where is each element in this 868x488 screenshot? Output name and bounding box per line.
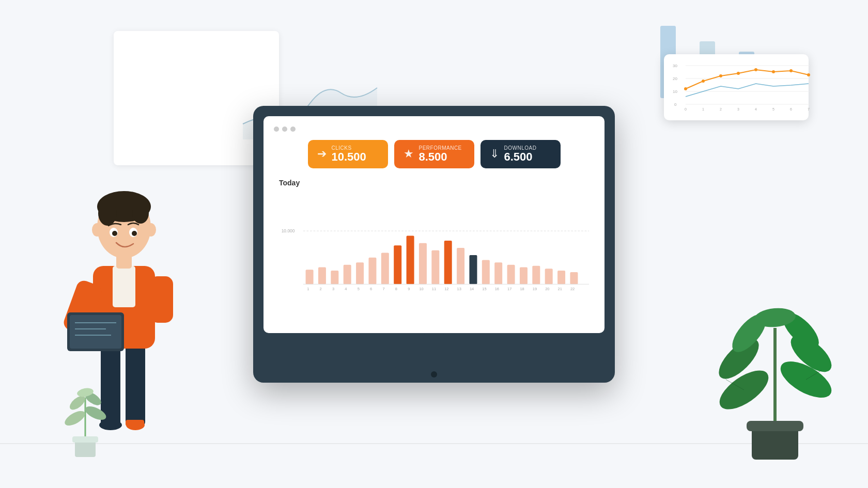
monitor-stand bbox=[419, 333, 450, 359]
performance-card[interactable]: ★ Performance 8.500 bbox=[394, 140, 474, 168]
star-icon: ★ bbox=[404, 147, 414, 161]
svg-text:3: 3 bbox=[332, 286, 334, 291]
line-chart-svg: 30 20 10 0 0 1 2 3 4 5 6 7 bbox=[670, 60, 815, 112]
svg-text:18: 18 bbox=[520, 286, 524, 291]
svg-point-58 bbox=[132, 203, 149, 224]
clicks-text: Clicks 10.500 bbox=[332, 145, 366, 163]
svg-point-70 bbox=[83, 404, 108, 423]
plant-left bbox=[59, 356, 111, 460]
svg-text:22: 22 bbox=[570, 286, 575, 291]
monitor-wrapper: ➔ Clicks 10.500 ★ Performance 8.500 ⇓ bbox=[248, 106, 620, 383]
bar-11 bbox=[431, 250, 439, 284]
window-dots bbox=[274, 127, 594, 132]
svg-text:15: 15 bbox=[482, 286, 486, 291]
svg-text:9: 9 bbox=[408, 286, 410, 291]
bar-21 bbox=[557, 271, 565, 284]
svg-rect-48 bbox=[150, 276, 173, 323]
performance-value: 8.500 bbox=[419, 151, 462, 163]
svg-rect-39 bbox=[126, 343, 145, 426]
svg-text:3: 3 bbox=[737, 107, 739, 111]
bar-2 bbox=[318, 267, 326, 284]
dot-1 bbox=[274, 127, 279, 132]
svg-text:4: 4 bbox=[755, 107, 757, 111]
svg-text:12: 12 bbox=[444, 286, 448, 291]
bar-3 bbox=[331, 271, 338, 284]
line-chart-blue bbox=[686, 84, 809, 97]
dot-2 bbox=[282, 127, 287, 132]
bar-5 bbox=[356, 262, 364, 284]
monitor-base bbox=[393, 359, 475, 368]
svg-text:5: 5 bbox=[358, 286, 360, 291]
svg-rect-67 bbox=[72, 436, 98, 443]
bar-20 bbox=[545, 269, 553, 284]
stats-row: ➔ Clicks 10.500 ★ Performance 8.500 ⇓ bbox=[274, 140, 594, 168]
svg-text:1: 1 bbox=[702, 107, 704, 111]
dot-3 bbox=[737, 72, 740, 75]
svg-text:21: 21 bbox=[558, 286, 562, 291]
chart-container: 10.000 bbox=[279, 191, 589, 305]
svg-text:17: 17 bbox=[507, 286, 512, 291]
svg-text:2: 2 bbox=[320, 286, 322, 291]
bar-17 bbox=[507, 265, 515, 285]
bar-14 bbox=[469, 255, 477, 284]
performance-text: Performance 8.500 bbox=[419, 145, 462, 163]
dot-1 bbox=[702, 80, 705, 83]
bar-10 bbox=[419, 243, 427, 284]
bar-chart: 10.000 bbox=[279, 191, 589, 305]
svg-point-62 bbox=[112, 231, 117, 236]
svg-point-64 bbox=[132, 231, 137, 236]
bar-19 bbox=[532, 265, 540, 284]
svg-text:1: 1 bbox=[307, 286, 309, 291]
svg-text:19: 19 bbox=[533, 286, 537, 291]
svg-text:20: 20 bbox=[545, 286, 549, 291]
svg-text:13: 13 bbox=[457, 286, 461, 291]
clicks-value: 10.500 bbox=[332, 151, 366, 163]
download-icon: ⇓ bbox=[490, 147, 499, 161]
svg-rect-75 bbox=[747, 421, 803, 431]
bar-9 bbox=[407, 235, 414, 284]
monitor: ➔ Clicks 10.500 ★ Performance 8.500 ⇓ bbox=[253, 106, 615, 383]
svg-text:11: 11 bbox=[432, 286, 436, 291]
cursor-icon: ➔ bbox=[317, 147, 327, 161]
bar-7 bbox=[381, 253, 389, 284]
svg-text:30: 30 bbox=[673, 64, 677, 68]
svg-text:2: 2 bbox=[720, 107, 722, 111]
svg-rect-65 bbox=[116, 253, 132, 269]
clicks-card[interactable]: ➔ Clicks 10.500 bbox=[308, 140, 388, 168]
floating-chart: 30 20 10 0 0 1 2 3 4 5 6 7 bbox=[664, 54, 809, 120]
dot-5 bbox=[772, 70, 775, 73]
svg-point-57 bbox=[98, 201, 117, 226]
bar-1 bbox=[306, 270, 314, 284]
download-card[interactable]: ⇓ Download 6.500 bbox=[481, 140, 561, 168]
svg-point-69 bbox=[63, 408, 87, 428]
svg-point-59 bbox=[92, 223, 102, 237]
svg-text:10: 10 bbox=[419, 286, 423, 291]
dot-0 bbox=[684, 87, 687, 90]
chart-title: Today bbox=[279, 179, 589, 187]
monitor-screen: ➔ Clicks 10.500 ★ Performance 8.500 ⇓ bbox=[264, 116, 605, 333]
bar-15 bbox=[482, 260, 490, 284]
svg-rect-43 bbox=[126, 420, 144, 426]
svg-text:6: 6 bbox=[370, 286, 372, 291]
dot-7 bbox=[807, 73, 810, 76]
svg-point-60 bbox=[146, 223, 156, 237]
svg-text:4: 4 bbox=[345, 286, 347, 291]
plant-right bbox=[713, 276, 837, 462]
bars-group bbox=[306, 235, 578, 284]
svg-text:6: 6 bbox=[790, 107, 792, 111]
svg-text:7: 7 bbox=[808, 107, 810, 111]
monitor-camera bbox=[431, 371, 437, 377]
svg-text:0: 0 bbox=[674, 102, 677, 107]
svg-rect-51 bbox=[70, 315, 121, 349]
svg-text:0: 0 bbox=[685, 107, 687, 111]
bar-6 bbox=[368, 257, 376, 284]
dot-4 bbox=[754, 68, 757, 71]
download-value: 6.500 bbox=[504, 151, 537, 163]
svg-text:20: 20 bbox=[673, 76, 677, 81]
svg-text:7: 7 bbox=[382, 286, 384, 291]
bar-18 bbox=[520, 267, 528, 284]
bar-4 bbox=[344, 265, 351, 285]
dot-6 bbox=[789, 69, 793, 72]
svg-text:14: 14 bbox=[470, 286, 474, 291]
bar-8 bbox=[394, 245, 401, 284]
